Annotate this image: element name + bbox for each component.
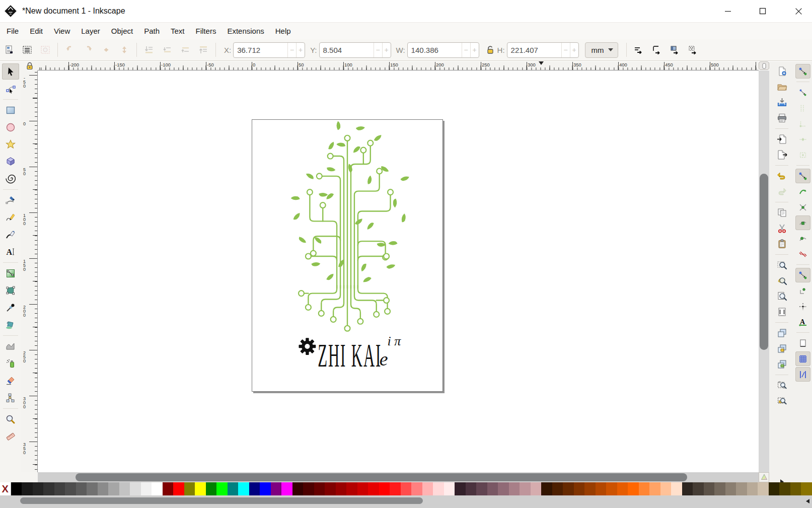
palette-swatch[interactable]: [520, 482, 531, 495]
snap-object-centers-icon[interactable]: [795, 283, 810, 298]
horizontal-scrollbar[interactable]: [38, 472, 759, 482]
h-increment-button[interactable]: +: [570, 43, 578, 57]
tool-selector-icon[interactable]: [2, 63, 19, 80]
palette-swatch[interactable]: [584, 482, 596, 495]
flip-horizontal-icon[interactable]: [99, 42, 114, 57]
lower-to-bottom-icon[interactable]: [141, 42, 157, 57]
palette-swatch[interactable]: [141, 482, 152, 495]
tool-mesh-gradient-icon[interactable]: [2, 282, 19, 299]
palette-swatch[interactable]: [769, 482, 780, 495]
tool-rectangle-icon[interactable]: [2, 102, 19, 118]
drawing-canvas[interactable]: ZHI KAI e i π: [38, 70, 759, 472]
circuit-tree-logo[interactable]: ZHI KAI e i π: [252, 120, 442, 391]
snap-grids-icon[interactable]: [795, 351, 810, 366]
palette-swatch[interactable]: [736, 482, 747, 495]
menu-item-view[interactable]: View: [48, 24, 76, 38]
palette-swatch[interactable]: [455, 482, 466, 495]
palette-swatch[interactable]: [747, 482, 758, 495]
x-field[interactable]: 36.712 − +: [233, 42, 305, 58]
palette-swatch[interactable]: [476, 482, 487, 495]
scrollbar-top-button[interactable]: [759, 61, 769, 70]
snap-rotation-centers-icon[interactable]: [795, 299, 810, 314]
palette-swatch[interactable]: [195, 482, 206, 495]
h-field[interactable]: 221.407 − +: [507, 42, 579, 58]
close-button[interactable]: [790, 3, 807, 19]
rotate-ccw-icon[interactable]: [62, 42, 78, 57]
vertical-ruler[interactable]: - 5 005 01 0 01 5 02 0 02 5 03 0 03 5 0: [21, 70, 38, 472]
palette-swatch[interactable]: [281, 482, 292, 495]
tool-3d-box-icon[interactable]: [2, 154, 19, 170]
find-replace-icon[interactable]: [774, 378, 789, 393]
tool-pencil-icon[interactable]: [2, 209, 19, 226]
palette-swatch[interactable]: [379, 482, 390, 495]
palette-swatch[interactable]: [498, 482, 509, 495]
palette-swatch[interactable]: [704, 482, 715, 495]
snap-path-intersections-icon[interactable]: [795, 200, 810, 214]
minimize-button[interactable]: [719, 3, 736, 19]
palette-swatch[interactable]: [98, 482, 109, 495]
zoom-selection-icon[interactable]: [774, 258, 789, 272]
palette-swatch[interactable]: [411, 482, 422, 495]
palette-swatch[interactable]: [336, 482, 347, 495]
open-document-icon[interactable]: [774, 80, 789, 94]
scale-stroke-toggle-icon[interactable]: [631, 42, 646, 57]
palette-swatch[interactable]: [130, 482, 141, 495]
snap-bbox-edges-icon[interactable]: [795, 101, 810, 115]
palette-swatch[interactable]: [682, 482, 693, 495]
palette-swatch[interactable]: [292, 482, 304, 495]
tool-text-icon[interactable]: A: [2, 244, 19, 260]
redo-icon[interactable]: [774, 184, 789, 199]
y-decrement-button[interactable]: −: [374, 43, 382, 57]
lower-one-step-icon[interactable]: [160, 42, 175, 57]
snap-bbox-corners-icon[interactable]: [795, 116, 810, 131]
palette-swatch[interactable]: [228, 482, 239, 495]
palette-swatch[interactable]: [260, 482, 271, 495]
scale-corners-toggle-icon[interactable]: [649, 42, 665, 57]
palette-swatch[interactable]: [206, 482, 217, 495]
snap-page-border-icon[interactable]: [795, 336, 810, 350]
palette-swatch[interactable]: [357, 482, 368, 495]
raise-to-top-icon[interactable]: [196, 42, 211, 57]
x-value[interactable]: 36.712: [234, 46, 287, 54]
palette-swatch[interactable]: [639, 482, 650, 495]
tool-tweak-icon[interactable]: [2, 338, 19, 354]
tool-zoom-icon[interactable]: [2, 411, 19, 427]
palette-swatch[interactable]: [433, 482, 444, 495]
undo-icon[interactable]: [774, 169, 789, 183]
palette-swatch[interactable]: [43, 482, 54, 495]
palette-swatch[interactable]: [65, 482, 76, 495]
palette-swatch[interactable]: [163, 482, 174, 495]
vertical-scrollbar-thumb[interactable]: [760, 174, 768, 350]
menu-item-file[interactable]: File: [1, 24, 24, 38]
zoom-page-width-icon[interactable]: [774, 305, 789, 319]
horizontal-ruler[interactable]: -200-150-100-500501001502002503003504004…: [38, 61, 759, 70]
y-field[interactable]: 8.504 − +: [319, 42, 391, 58]
palette-swatch[interactable]: [444, 482, 455, 495]
tool-calligraphy-icon[interactable]: [2, 227, 19, 243]
w-increment-button[interactable]: +: [470, 43, 479, 57]
palette-swatch[interactable]: [801, 482, 812, 495]
horizontal-scrollbar-thumb[interactable]: [76, 473, 687, 481]
snap-bbox-edge-midpoints-icon[interactable]: [795, 132, 810, 147]
lock-ratio-icon[interactable]: [486, 45, 494, 54]
palette-swatch[interactable]: [649, 482, 660, 495]
xml-editor-icon[interactable]: [774, 394, 789, 408]
duplicate-icon[interactable]: [774, 326, 789, 340]
y-value[interactable]: 8.504: [320, 46, 374, 54]
tool-ellipse-icon[interactable]: [2, 119, 19, 135]
palette-swatch[interactable]: [390, 482, 401, 495]
palette-scrollbar-thumb[interactable]: [20, 497, 423, 504]
create-clone-icon[interactable]: [774, 341, 789, 356]
copy-icon[interactable]: [774, 205, 789, 220]
palette-swatch[interactable]: [303, 482, 314, 495]
snap-nodes-icon[interactable]: [795, 169, 810, 183]
zoom-page-icon[interactable]: [774, 289, 789, 304]
palette-swatch[interactable]: [531, 482, 542, 495]
h-value[interactable]: 221.407: [507, 46, 561, 54]
maximize-button[interactable]: [754, 3, 771, 19]
h-decrement-button[interactable]: −: [561, 43, 570, 57]
palette-swatch[interactable]: [271, 482, 282, 495]
unit-dropdown[interactable]: mm: [585, 42, 618, 58]
export-icon[interactable]: [774, 148, 789, 162]
snap-to-paths-icon[interactable]: [795, 184, 810, 199]
